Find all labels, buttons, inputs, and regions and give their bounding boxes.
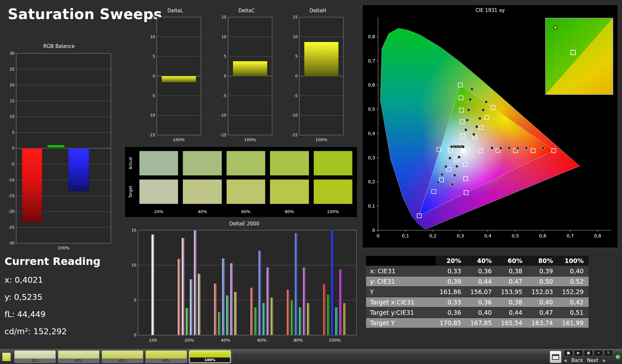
- cie-measured-marker: [441, 173, 443, 176]
- reading-value: 0,4021: [15, 275, 43, 285]
- reading-value: 44,449: [17, 310, 45, 319]
- svg-text:15: 15: [150, 15, 155, 19]
- saturation-tab-60%[interactable]: 60%: [102, 350, 143, 363]
- deltae-bar: [198, 274, 201, 335]
- svg-text:100%: 100%: [173, 137, 185, 142]
- back-button[interactable]: Back: [571, 358, 583, 363]
- row-label: Target x:CIE31: [366, 297, 436, 307]
- svg-text:60%: 60%: [257, 338, 267, 343]
- play-button[interactable]: ▶: [574, 350, 583, 356]
- table-cell: 0,33: [436, 297, 466, 307]
- deltae-bar: [307, 303, 310, 335]
- table-cell: 0,38: [497, 266, 527, 276]
- saturation-tab-80%[interactable]: 80%: [145, 350, 187, 363]
- deltae-bar: [295, 233, 298, 335]
- svg-text:5: 5: [134, 298, 136, 302]
- svg-text:-10: -10: [8, 178, 15, 182]
- deltae-bar: [291, 300, 294, 335]
- deltae-bar: [190, 279, 193, 335]
- row-label: Target y:CIE31: [366, 308, 436, 317]
- next-button[interactable]: Next: [587, 358, 598, 363]
- cie-1931-panel: CIE 1931 xy 00,10,20,30,40,50,60,70,800,…: [362, 5, 618, 248]
- saturation-tab-20%[interactable]: 20%: [14, 350, 56, 363]
- next-arrows-icon[interactable]: »: [602, 357, 605, 364]
- saturation-tab-40%[interactable]: 40%: [58, 350, 99, 363]
- rgb-balance-chart: 302520151050-5-10-15-20-25-30100%: [4, 50, 114, 253]
- delta-c-chart: 151050-5-10-15100%: [218, 15, 275, 145]
- svg-text:0,7: 0,7: [567, 233, 574, 238]
- svg-text:0,4: 0,4: [368, 131, 375, 136]
- reading-label: fL:: [5, 310, 15, 319]
- reading-label: cd/m²:: [5, 327, 31, 336]
- svg-text:-5: -5: [223, 94, 226, 98]
- cie-measured-marker: [467, 108, 470, 111]
- swatch-target-60%: [226, 179, 265, 204]
- col-header: 40%: [466, 256, 497, 266]
- save-button[interactable]: ▣: [584, 350, 593, 356]
- current-reading: Current Reading x: 0,4021 y: 0,5235 fL: …: [5, 255, 100, 336]
- svg-text:100%: 100%: [328, 338, 340, 343]
- current-reading-title: Current Reading: [5, 255, 100, 267]
- cie-measured-marker: [455, 165, 458, 168]
- swatch-column-label: 40%: [183, 208, 222, 216]
- table-cell: 0,40: [558, 266, 589, 276]
- table-cell: 167,85: [466, 318, 497, 328]
- saturation-level-tabs: 20%40%60%80%100%: [14, 350, 231, 363]
- table-cell: 0,50: [527, 277, 558, 286]
- window-button[interactable]: [550, 351, 561, 363]
- delta-e-2000-title: DeltaE 2000: [128, 221, 360, 227]
- bar-red: [22, 148, 42, 223]
- svg-text:-5: -5: [11, 162, 15, 166]
- table-cell: 153,95: [497, 287, 527, 297]
- toolbar-buttons: ■▶▣∞↻: [564, 350, 613, 356]
- deltae-bar: [222, 258, 225, 335]
- svg-text:0,1: 0,1: [402, 233, 409, 238]
- svg-text:5: 5: [224, 54, 226, 59]
- refresh-button[interactable]: ↻: [604, 350, 613, 356]
- cie-measured-marker: [542, 147, 545, 150]
- svg-text:15: 15: [222, 15, 226, 19]
- svg-text:15: 15: [132, 228, 136, 233]
- deltae-bar: [303, 267, 306, 335]
- link-button[interactable]: ∞: [594, 350, 603, 356]
- status-dot: [616, 355, 620, 359]
- tab-label: 60%: [102, 358, 143, 363]
- svg-text:30: 30: [10, 51, 15, 56]
- taskbar-controls: ■▶▣∞↻ « Back Next »: [550, 350, 620, 364]
- delta-h-chart: 151050-5-10-15100%: [289, 15, 347, 145]
- svg-text:0,7: 0,7: [368, 58, 375, 63]
- delta-l-title: DeltaL: [146, 8, 204, 14]
- svg-text:20: 20: [10, 83, 15, 87]
- svg-text:-20: -20: [8, 209, 15, 214]
- tab-swatch: [146, 351, 187, 358]
- stop-button[interactable]: ■: [564, 350, 573, 356]
- svg-text:-15: -15: [220, 133, 226, 137]
- deltae-bar: [254, 307, 257, 335]
- swatch-column-label: 80%: [270, 208, 309, 216]
- swatch-row-label-target: Target: [126, 179, 135, 204]
- page-title: Saturation Sweeps: [8, 6, 162, 22]
- table-row: Y 161,86 156,07 153,95 152,03 152,29: [366, 287, 589, 297]
- deltae-bar: [218, 312, 221, 335]
- deltae-bar: [234, 292, 237, 335]
- svg-text:15: 15: [293, 15, 298, 19]
- col-header: 80%: [527, 256, 558, 266]
- svg-text:0,6: 0,6: [368, 82, 375, 87]
- saturation-tab-100%[interactable]: 100%: [189, 350, 231, 363]
- deltae-bar: [335, 307, 338, 335]
- deltae-bar: [151, 234, 154, 335]
- svg-text:5: 5: [295, 54, 298, 59]
- navigation: « Back Next »: [564, 357, 613, 364]
- svg-text:80%: 80%: [294, 338, 303, 343]
- deltae-bar: [339, 269, 342, 335]
- cie-measured-marker: [444, 165, 447, 168]
- cie-measured-marker: [448, 157, 451, 160]
- cie-measured-marker: [469, 98, 472, 101]
- inset-measured-point-icon: [553, 26, 557, 30]
- svg-text:0: 0: [153, 74, 155, 78]
- svg-text:15: 15: [10, 99, 15, 103]
- svg-text:-15: -15: [8, 194, 15, 198]
- tab-swatch: [190, 351, 230, 358]
- svg-text:10: 10: [10, 114, 15, 119]
- back-arrows-icon[interactable]: «: [564, 357, 567, 364]
